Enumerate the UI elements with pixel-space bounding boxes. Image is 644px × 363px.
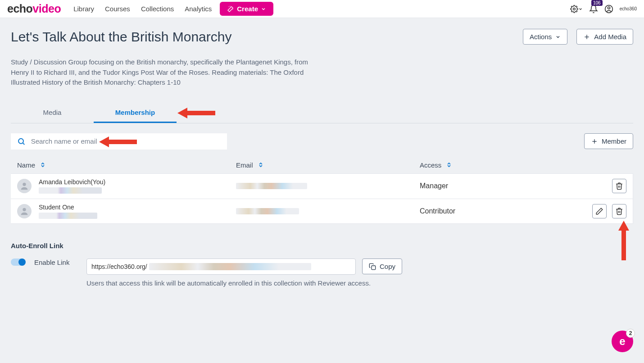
col-name-header[interactable]: Name	[17, 161, 236, 169]
notification-badge: 106	[591, 0, 603, 6]
svg-marker-13	[618, 221, 629, 260]
member-name: Amanda Leibovich(You)	[39, 178, 105, 186]
annotation-arrow-membership	[177, 107, 215, 119]
member-button-label: Member	[602, 137, 626, 145]
brand-part2: video	[32, 2, 61, 15]
avatar	[17, 204, 32, 218]
trash-icon	[615, 182, 623, 190]
create-button[interactable]: Create	[220, 2, 273, 16]
create-label: Create	[237, 5, 258, 13]
nav-analytics[interactable]: Analytics	[185, 5, 212, 13]
svg-point-12	[23, 208, 26, 211]
enroll-link-hint: Users that access this link will be auto…	[86, 279, 402, 287]
pencil-icon	[595, 207, 603, 215]
add-media-button[interactable]: Add Media	[576, 29, 633, 45]
sort-icon	[258, 162, 264, 168]
actions-button[interactable]: Actions	[523, 29, 567, 45]
gear-icon	[570, 5, 578, 13]
tab-media[interactable]: Media	[11, 104, 94, 123]
page-content: Let's Talk About the British Monarchy Ac…	[0, 18, 644, 287]
account-button[interactable]	[604, 5, 613, 14]
svg-point-2	[608, 7, 610, 9]
top-right: 106 echo360	[570, 5, 637, 14]
plus-icon	[583, 33, 590, 41]
svg-point-0	[573, 8, 575, 10]
auto-enroll-title: Auto-Enroll Link	[11, 242, 633, 250]
member-access: Manager	[420, 182, 448, 190]
svg-line-7	[23, 143, 24, 144]
plus-icon	[591, 138, 598, 145]
redacted-email	[236, 208, 299, 214]
actions-label: Actions	[530, 33, 552, 41]
nav-collections[interactable]: Collections	[141, 5, 174, 13]
search-icon	[17, 137, 26, 146]
bell-icon	[589, 5, 598, 14]
annotation-arrow-search	[99, 136, 137, 148]
add-media-label: Add Media	[594, 33, 626, 41]
copy-icon	[369, 263, 376, 270]
sort-icon	[446, 162, 452, 168]
delete-member-button[interactable]	[612, 204, 626, 218]
tabs: Media Membership	[11, 104, 633, 123]
table-header: Name Email Access	[11, 157, 633, 173]
top-bar: echovideo Library Courses Collections An…	[0, 0, 644, 18]
svg-point-11	[23, 183, 26, 186]
table-row: Student One Contributor	[11, 199, 633, 224]
redacted-email	[236, 183, 307, 189]
nav-courses[interactable]: Courses	[105, 5, 130, 13]
svg-point-6	[18, 138, 23, 143]
copy-link-button[interactable]: Copy	[362, 259, 402, 274]
member-access: Contributor	[420, 207, 455, 215]
sort-icon	[40, 162, 46, 168]
fab-e-icon: e	[619, 335, 625, 348]
delete-member-button[interactable]	[612, 179, 626, 193]
annotation-arrow-delete	[617, 221, 630, 260]
redacted-text	[39, 187, 102, 194]
mini-logo: echo360	[620, 6, 637, 11]
membership-toolbar: Member	[11, 133, 633, 150]
chevron-down-icon	[578, 7, 583, 11]
table-row: Amanda Leibovich(You) Manager	[11, 173, 633, 199]
redacted-text	[39, 213, 97, 219]
tab-membership[interactable]: Membership	[94, 104, 177, 123]
col-access-header[interactable]: Access	[420, 161, 582, 169]
copy-label: Copy	[380, 263, 395, 270]
page-title: Let's Talk About the British Monarchy	[11, 29, 231, 45]
collection-description: Study / Discussion Group focusing on the…	[11, 57, 322, 88]
enable-link-toggle[interactable]	[11, 259, 25, 266]
brand-logo[interactable]: echovideo	[7, 2, 61, 15]
col-email-header[interactable]: Email	[236, 161, 420, 169]
svg-rect-14	[372, 266, 376, 270]
fab-badge: 2	[626, 329, 635, 338]
user-circle-icon	[604, 5, 613, 14]
members-table: Name Email Access Amanda Leibovich(You) …	[11, 157, 633, 224]
magic-wand-icon	[227, 5, 234, 13]
trash-icon	[615, 207, 623, 215]
search-box[interactable]	[11, 133, 227, 150]
redacted-url	[149, 263, 311, 270]
chevron-down-icon	[555, 34, 561, 40]
nav-library[interactable]: Library	[73, 5, 94, 13]
member-name: Student One	[39, 204, 97, 211]
add-member-button[interactable]: Member	[584, 133, 633, 149]
auto-enroll-row: Enable Link https://echo360.org/ Copy Us…	[11, 259, 633, 287]
svg-marker-5	[177, 108, 215, 118]
help-fab[interactable]: e 2	[612, 331, 633, 352]
top-nav: Library Courses Collections Analytics	[73, 5, 212, 13]
edit-member-button[interactable]	[592, 204, 607, 218]
svg-marker-8	[99, 136, 137, 147]
avatar	[17, 179, 32, 193]
enable-link-label: Enable Link	[34, 259, 77, 266]
brand-part1: echo	[7, 2, 32, 15]
enroll-link-prefix: https://echo360.org/	[91, 263, 147, 270]
chevron-down-icon	[261, 6, 266, 12]
settings-button[interactable]	[570, 5, 583, 13]
enroll-link-input[interactable]: https://echo360.org/	[86, 259, 356, 275]
notifications-button[interactable]: 106	[589, 5, 598, 14]
